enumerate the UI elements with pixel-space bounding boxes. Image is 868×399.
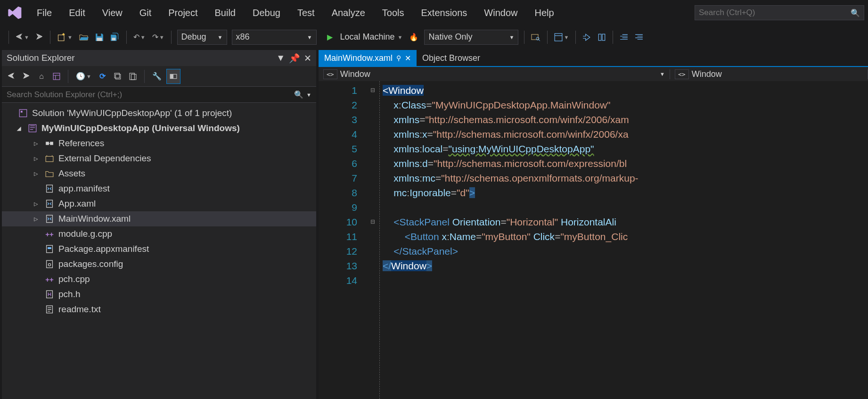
file-icon bbox=[44, 290, 55, 299]
code-editor[interactable]: 1234567891011121314 ⊟ ⊟ <Window x:Class=… bbox=[319, 81, 868, 399]
platform-combo[interactable]: x86▼ bbox=[232, 30, 317, 45]
tree-item[interactable]: ++pch.cpp bbox=[2, 272, 316, 287]
tree-item[interactable]: ▷References bbox=[2, 136, 316, 151]
forward-icon[interactable]: ⮞ bbox=[20, 69, 33, 84]
menu-tools[interactable]: Tools bbox=[374, 4, 413, 22]
svg-rect-9 bbox=[53, 73, 60, 80]
tree-item[interactable]: Package.appxmanifest bbox=[2, 241, 316, 257]
outdent-icon[interactable] bbox=[617, 30, 631, 45]
menu-extensions[interactable]: Extensions bbox=[412, 4, 475, 22]
svg-rect-15 bbox=[170, 74, 173, 78]
expand-icon[interactable]: ▷ bbox=[34, 216, 41, 222]
fold-gutter[interactable]: ⊟ ⊟ bbox=[366, 81, 380, 399]
search-icon: 🔍 bbox=[294, 90, 303, 99]
pending-changes-icon[interactable]: 🕓▼ bbox=[73, 69, 94, 84]
tree-item[interactable]: ▷Assets bbox=[2, 166, 316, 181]
menu-edit[interactable]: Edit bbox=[60, 4, 93, 22]
start-debug-button[interactable]: ▶ bbox=[323, 30, 336, 45]
menu-analyze[interactable]: Analyze bbox=[323, 4, 374, 22]
properties-icon[interactable]: 🔧 bbox=[149, 69, 164, 84]
svg-rect-27 bbox=[47, 260, 53, 267]
nav-forward-button[interactable]: ⮞ bbox=[33, 30, 46, 45]
debug-target-combo[interactable]: Local Machine▼ bbox=[337, 30, 406, 45]
project-icon bbox=[27, 124, 38, 133]
pin-icon[interactable]: 📌 bbox=[289, 53, 300, 64]
svg-rect-0 bbox=[58, 35, 64, 41]
chevron-down-icon: ▼ bbox=[660, 71, 665, 77]
tree-item[interactable]: ▷MainWindow.xaml bbox=[2, 211, 316, 226]
preview-selected-icon[interactable] bbox=[166, 69, 180, 84]
menu-test[interactable]: Test bbox=[289, 4, 323, 22]
menu-help[interactable]: Help bbox=[526, 4, 562, 22]
file-icon bbox=[44, 260, 55, 268]
solution-explorer-panel: Solution Explorer ▼ 📌 ✕ ⮜ ⮞ ⌂ 🕓▼ ⟳ 🔧 🔍 ▼ bbox=[2, 50, 317, 399]
expand-icon[interactable]: ▷ bbox=[34, 141, 41, 147]
redo-button[interactable]: ↷▼ bbox=[149, 30, 167, 45]
code-content[interactable]: <Window x:Class="MyWinUICppDesktopApp.Ma… bbox=[380, 81, 868, 399]
breadcrumb-scope[interactable]: <> Window ▼ bbox=[319, 69, 670, 79]
tree-item[interactable]: ▷App.xaml bbox=[2, 196, 316, 211]
close-icon[interactable]: ✕ bbox=[405, 54, 411, 63]
hot-reload-icon[interactable]: 🔥 bbox=[406, 30, 421, 45]
step-over-icon[interactable] bbox=[595, 30, 609, 45]
find-in-files-icon[interactable] bbox=[528, 30, 543, 45]
tree-item[interactable]: packages.config bbox=[2, 257, 316, 272]
back-icon[interactable]: ⮜ bbox=[5, 69, 18, 84]
tree-item[interactable]: ++module.g.cpp bbox=[2, 226, 316, 241]
menu-project[interactable]: Project bbox=[160, 4, 206, 22]
breadcrumb-label: Window bbox=[692, 69, 722, 79]
close-icon[interactable]: ✕ bbox=[304, 53, 311, 64]
step-into-icon[interactable] bbox=[580, 30, 594, 45]
dropdown-icon[interactable]: ▼ bbox=[306, 92, 311, 98]
switch-view-icon[interactable] bbox=[50, 69, 63, 84]
indent-icon[interactable] bbox=[632, 30, 646, 45]
save-button[interactable] bbox=[92, 30, 106, 45]
project-label: MyWinUICppDesktopApp (Universal Windows) bbox=[41, 123, 240, 133]
menu-build[interactable]: Build bbox=[206, 4, 244, 22]
project-node[interactable]: ◢ MyWinUICppDesktopApp (Universal Window… bbox=[2, 121, 316, 136]
browser-link-icon[interactable]: ▼ bbox=[551, 30, 572, 45]
expand-icon[interactable]: ▷ bbox=[34, 201, 41, 207]
nav-back-button[interactable]: ⮜▼ bbox=[13, 30, 32, 45]
save-all-button[interactable] bbox=[107, 30, 123, 45]
tree-item-label: App.xaml bbox=[58, 199, 96, 209]
menu-file[interactable]: File bbox=[28, 4, 60, 22]
menu-git[interactable]: Git bbox=[131, 4, 160, 22]
tab-label: Object Browser bbox=[422, 53, 480, 63]
undo-button[interactable]: ↶▼ bbox=[131, 30, 148, 45]
open-file-button[interactable] bbox=[76, 30, 91, 45]
xaml-element-icon: <> bbox=[323, 69, 337, 79]
global-search[interactable]: 🔍 bbox=[695, 5, 864, 20]
configuration-combo[interactable]: Debug▼ bbox=[177, 30, 227, 45]
solution-root[interactable]: Solution 'MyWinUICppDesktopApp' (1 of 1 … bbox=[2, 106, 316, 121]
menu-view[interactable]: View bbox=[94, 4, 131, 22]
tree-item[interactable]: readme.txt bbox=[2, 302, 316, 317]
breadcrumb-member[interactable]: <> Window bbox=[670, 69, 868, 79]
expand-icon[interactable]: ▷ bbox=[34, 156, 41, 162]
dropdown-icon[interactable]: ▼ bbox=[276, 53, 285, 64]
editor-tab[interactable]: MainWindow.xaml⚲✕ bbox=[319, 50, 417, 66]
menu-window[interactable]: Window bbox=[475, 4, 526, 22]
editor-tab[interactable]: Object Browser bbox=[417, 50, 486, 66]
tree-item-label: MainWindow.xaml bbox=[58, 214, 131, 224]
sync-icon[interactable]: ⟳ bbox=[96, 69, 109, 84]
tree-item[interactable]: ▷External Dependencies bbox=[2, 151, 316, 166]
global-search-input[interactable] bbox=[699, 8, 851, 17]
show-all-files-icon[interactable] bbox=[126, 69, 139, 84]
new-item-button[interactable]: ▼ bbox=[54, 30, 75, 45]
search-icon: 🔍 bbox=[851, 8, 860, 17]
expand-icon[interactable]: ▷ bbox=[34, 171, 41, 177]
menu-debug[interactable]: Debug bbox=[244, 4, 289, 22]
solution-search-input[interactable] bbox=[7, 90, 294, 100]
tree-item[interactable]: pch.h bbox=[2, 287, 316, 302]
tree-item[interactable]: app.manifest bbox=[2, 181, 316, 196]
separator bbox=[8, 31, 9, 44]
collapse-all-icon[interactable] bbox=[111, 69, 124, 84]
solution-explorer-header: Solution Explorer ▼ 📌 ✕ bbox=[2, 50, 316, 66]
pin-icon[interactable]: ⚲ bbox=[396, 54, 401, 62]
svg-rect-16 bbox=[19, 109, 26, 116]
debugger-type-combo[interactable]: Native Only▼ bbox=[424, 30, 518, 45]
solution-explorer-search[interactable]: 🔍 ▼ bbox=[2, 87, 316, 103]
home-icon[interactable]: ⌂ bbox=[35, 69, 48, 84]
expand-icon[interactable]: ◢ bbox=[17, 125, 24, 132]
